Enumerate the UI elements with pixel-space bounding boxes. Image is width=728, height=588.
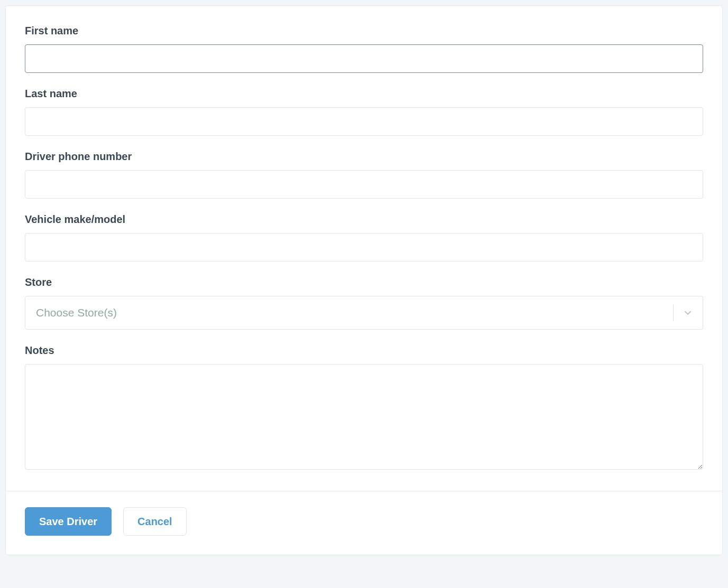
store-select-placeholder: Choose Store(s) (36, 306, 117, 319)
store-select-wrapper: Choose Store(s) (25, 296, 703, 330)
store-label: Store (25, 276, 703, 288)
first-name-group: First name (25, 25, 703, 73)
save-driver-button[interactable]: Save Driver (25, 507, 112, 536)
form-body: First name Last name Driver phone number… (6, 6, 722, 491)
first-name-input[interactable] (25, 44, 703, 73)
driver-phone-group: Driver phone number (25, 151, 703, 199)
vehicle-group: Vehicle make/model (25, 213, 703, 262)
notes-group: Notes (25, 344, 703, 472)
last-name-group: Last name (25, 88, 703, 136)
driver-phone-input[interactable] (25, 170, 703, 199)
last-name-label: Last name (25, 88, 703, 100)
last-name-input[interactable] (25, 107, 703, 136)
driver-phone-label: Driver phone number (25, 151, 703, 163)
vehicle-input[interactable] (25, 233, 703, 262)
select-divider (673, 304, 674, 321)
cancel-button[interactable]: Cancel (123, 507, 187, 536)
form-footer: Save Driver Cancel (6, 491, 722, 555)
notes-textarea[interactable] (25, 364, 703, 470)
first-name-label: First name (25, 25, 703, 37)
store-select[interactable]: Choose Store(s) (25, 296, 703, 330)
store-group: Store Choose Store(s) (25, 276, 703, 330)
vehicle-label: Vehicle make/model (25, 213, 703, 226)
notes-label: Notes (25, 344, 703, 357)
driver-form-card: First name Last name Driver phone number… (5, 5, 723, 555)
